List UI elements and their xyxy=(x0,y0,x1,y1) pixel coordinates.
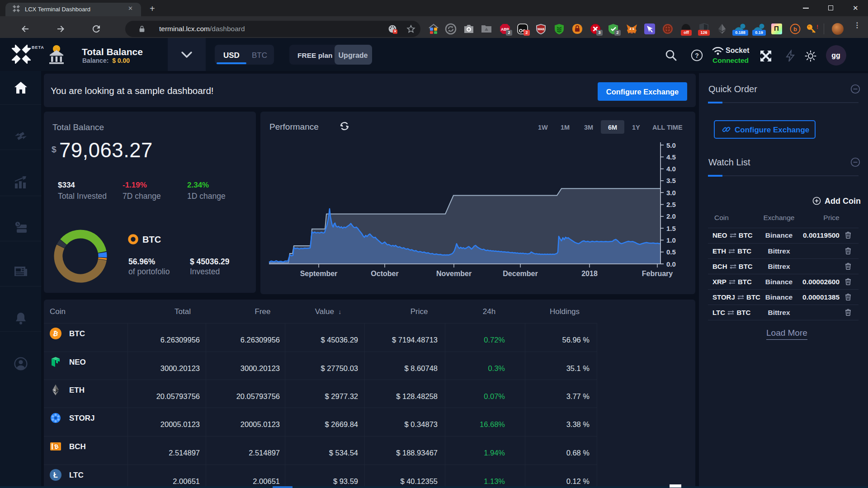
svg-text:October: October xyxy=(371,270,398,277)
svg-text:December: December xyxy=(503,270,538,277)
svg-text:Ł: Ł xyxy=(53,471,58,479)
svg-text:0.5: 0.5 xyxy=(666,248,676,256)
svg-text:4.5: 4.5 xyxy=(666,153,676,161)
svg-text:3.0: 3.0 xyxy=(666,189,676,197)
svg-text:?: ? xyxy=(695,52,699,59)
svg-text:1.0: 1.0 xyxy=(666,236,676,244)
svg-text:2.5: 2.5 xyxy=(666,201,676,208)
svg-text:3.5: 3.5 xyxy=(666,177,676,184)
svg-text:4.0: 4.0 xyxy=(666,165,676,173)
svg-text:b: b xyxy=(793,26,797,33)
svg-text:November: November xyxy=(436,270,472,277)
svg-text:September: September xyxy=(300,270,338,277)
svg-text:2018: 2018 xyxy=(581,270,598,277)
svg-text:0.0: 0.0 xyxy=(666,260,676,268)
svg-text:2.0: 2.0 xyxy=(666,212,676,220)
svg-text:WAB: WAB xyxy=(538,28,544,31)
svg-text:5.0: 5.0 xyxy=(666,141,676,149)
svg-text:!: ! xyxy=(816,24,818,30)
svg-text:1.5: 1.5 xyxy=(666,225,676,232)
svg-text:February: February xyxy=(642,270,673,277)
